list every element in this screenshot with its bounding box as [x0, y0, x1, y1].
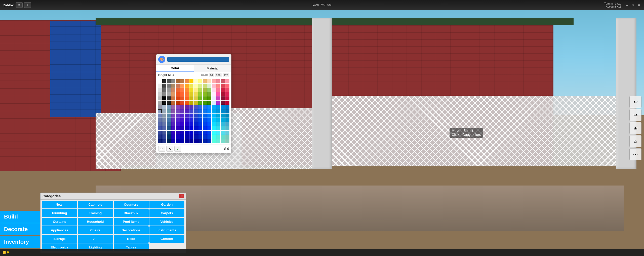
color-cell-80[interactable]: [158, 101, 162, 105]
undo-toolbar-button[interactable]: ↩: [629, 96, 641, 108]
color-cell-135[interactable]: [189, 114, 193, 118]
category-button-training[interactable]: Training: [78, 209, 113, 217]
color-cell-134[interactable]: [185, 114, 189, 118]
confirm-color-button[interactable]: ✓: [174, 146, 181, 152]
color-cell-21[interactable]: [180, 84, 184, 88]
color-cell-82[interactable]: [167, 101, 171, 105]
color-cell-204[interactable]: [212, 131, 216, 135]
color-cell-155[interactable]: [207, 118, 211, 122]
color-cell-39[interactable]: [189, 88, 193, 92]
color-cell-216[interactable]: [194, 135, 198, 139]
color-cell-203[interactable]: [207, 131, 211, 135]
color-cell-104[interactable]: [194, 105, 198, 109]
color-cell-30[interactable]: [221, 84, 225, 88]
color-cell-10[interactable]: [203, 79, 207, 83]
color-cell-185[interactable]: [198, 126, 202, 130]
color-cell-238[interactable]: [221, 139, 225, 143]
color-cell-229[interactable]: [180, 139, 184, 143]
color-cell-20[interactable]: [176, 84, 180, 88]
color-cell-191[interactable]: [225, 126, 229, 130]
color-cell-52[interactable]: [176, 92, 180, 96]
color-cell-49[interactable]: [162, 92, 166, 96]
color-cell-47[interactable]: [225, 88, 229, 92]
color-cell-224[interactable]: [158, 139, 162, 143]
color-cell-34[interactable]: [167, 88, 171, 92]
color-cell-196[interactable]: [176, 131, 180, 135]
maximize-button[interactable]: □: [630, 3, 635, 7]
color-cell-232[interactable]: [194, 139, 198, 143]
color-cell-146[interactable]: [167, 118, 171, 122]
color-cell-17[interactable]: [162, 84, 166, 88]
color-cell-186[interactable]: [203, 126, 207, 130]
color-cell-133[interactable]: [180, 114, 184, 118]
home-toolbar-button[interactable]: ⌂: [629, 135, 641, 147]
color-cell-101[interactable]: [180, 105, 184, 109]
color-cell-176[interactable]: [158, 126, 162, 130]
color-cell-174[interactable]: [221, 122, 225, 126]
color-cell-117[interactable]: [180, 109, 184, 113]
color-cell-239[interactable]: [225, 139, 229, 143]
color-cell-41[interactable]: [198, 88, 202, 92]
color-cell-157[interactable]: [216, 118, 220, 122]
color-cell-163[interactable]: [171, 122, 175, 126]
color-cell-188[interactable]: [212, 126, 216, 130]
color-cell-2[interactable]: [167, 79, 171, 83]
color-cell-37[interactable]: [180, 88, 184, 92]
color-cell-212[interactable]: [176, 135, 180, 139]
color-cell-131[interactable]: [171, 114, 175, 118]
color-cell-152[interactable]: [194, 118, 198, 122]
color-cell-65[interactable]: [162, 96, 166, 100]
color-cell-0[interactable]: [158, 79, 162, 83]
color-cell-63[interactable]: [225, 92, 229, 96]
color-cell-149[interactable]: [180, 118, 184, 122]
color-cell-7[interactable]: [189, 79, 193, 83]
color-cell-42[interactable]: [203, 88, 207, 92]
color-cell-118[interactable]: [185, 109, 189, 113]
category-button-plumbing[interactable]: Plumbing: [42, 209, 77, 217]
color-cell-98[interactable]: [167, 105, 171, 109]
color-cell-54[interactable]: [185, 92, 189, 96]
color-cell-48[interactable]: [158, 92, 162, 96]
color-cell-228[interactable]: [176, 139, 180, 143]
color-cell-138[interactable]: [203, 114, 207, 118]
color-cell-108[interactable]: [212, 105, 216, 109]
color-cell-103[interactable]: [189, 105, 193, 109]
color-cell-86[interactable]: [185, 101, 189, 105]
color-cell-132[interactable]: [176, 114, 180, 118]
color-cell-147[interactable]: [171, 118, 175, 122]
color-cell-28[interactable]: [212, 84, 216, 88]
color-cell-168[interactable]: [194, 122, 198, 126]
color-cell-18[interactable]: [167, 84, 171, 88]
color-cell-226[interactable]: [167, 139, 171, 143]
color-cell-92[interactable]: [212, 101, 216, 105]
color-cell-45[interactable]: [216, 88, 220, 92]
color-cell-127[interactable]: [225, 109, 229, 113]
color-cell-88[interactable]: [194, 101, 198, 105]
color-cell-71[interactable]: [189, 96, 193, 100]
category-button-garden[interactable]: Garden: [149, 201, 184, 208]
color-cell-179[interactable]: [171, 126, 175, 130]
color-cell-109[interactable]: [216, 105, 220, 109]
cancel-color-button[interactable]: ✕: [166, 146, 173, 152]
category-button-vehicles[interactable]: Vehicles: [149, 218, 184, 226]
color-cell-8[interactable]: [194, 79, 198, 83]
color-cell-121[interactable]: [198, 109, 202, 113]
color-cell-67[interactable]: [171, 96, 175, 100]
color-cell-201[interactable]: [198, 131, 202, 135]
color-cell-142[interactable]: [221, 114, 225, 118]
color-cell-181[interactable]: [180, 126, 184, 130]
color-cell-161[interactable]: [162, 122, 166, 126]
color-cell-50[interactable]: [167, 92, 171, 96]
color-cell-1[interactable]: [162, 79, 166, 83]
color-cell-183[interactable]: [189, 126, 193, 130]
color-cell-199[interactable]: [189, 131, 193, 135]
color-cell-93[interactable]: [216, 101, 220, 105]
color-cell-236[interactable]: [212, 139, 216, 143]
color-cell-83[interactable]: [171, 101, 175, 105]
color-cell-173[interactable]: [216, 122, 220, 126]
color-cell-55[interactable]: [189, 92, 193, 96]
color-cell-234[interactable]: [203, 139, 207, 143]
color-cell-105[interactable]: [198, 105, 202, 109]
color-cell-44[interactable]: [212, 88, 216, 92]
category-button-carpets[interactable]: Carpets: [149, 209, 184, 217]
